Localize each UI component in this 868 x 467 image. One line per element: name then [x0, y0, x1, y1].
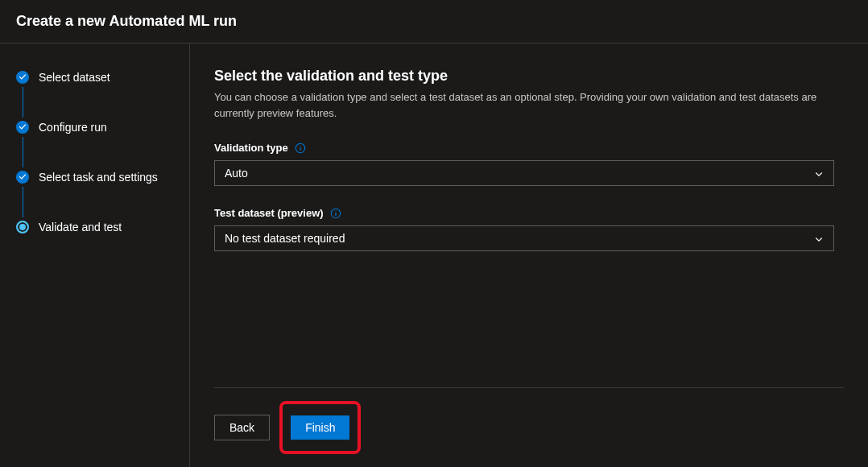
validation-type-field: Validation type Auto — [214, 142, 844, 186]
main-container: Select dataset Configure run Select task… — [0, 43, 868, 467]
step-connector — [23, 137, 23, 167]
step-connector — [23, 187, 23, 217]
svg-point-5 — [335, 210, 336, 211]
step-label: Select dataset — [39, 71, 110, 84]
field-label-text: Test dataset (preview) — [214, 207, 324, 219]
footer-actions: Back Finish — [214, 387, 844, 467]
wizard-steps-sidebar: Select dataset Configure run Select task… — [0, 43, 190, 467]
svg-point-2 — [300, 145, 300, 146]
finish-button[interactable]: Finish — [291, 415, 349, 440]
select-value: No test dataset required — [225, 232, 345, 245]
validation-type-select[interactable]: Auto — [214, 160, 834, 186]
validation-type-label: Validation type — [214, 142, 844, 154]
step-select-task[interactable]: Select task and settings — [16, 171, 173, 184]
checkmark-icon — [16, 171, 29, 184]
step-select-dataset[interactable]: Select dataset — [16, 71, 173, 84]
field-label-text: Validation type — [214, 142, 288, 154]
back-button[interactable]: Back — [214, 415, 270, 440]
step-label: Configure run — [39, 121, 107, 134]
select-value: Auto — [225, 167, 248, 180]
content-panel: Select the validation and test type You … — [190, 43, 868, 467]
page-header: Create a new Automated ML run — [0, 0, 868, 43]
step-label: Select task and settings — [39, 171, 158, 184]
step-connector — [23, 87, 23, 118]
checkmark-icon — [16, 71, 29, 84]
content-body: Select the validation and test type You … — [214, 68, 844, 387]
test-dataset-field: Test dataset (preview) No test dataset r… — [214, 207, 844, 251]
step-validate-test[interactable]: Validate and test — [16, 221, 173, 234]
page-title: Create a new Automated ML run — [16, 13, 852, 30]
content-subtitle: You can choose a validation type and sel… — [214, 89, 844, 121]
step-label: Validate and test — [39, 221, 122, 234]
finish-highlight: Finish — [279, 401, 361, 454]
content-title: Select the validation and test type — [214, 68, 844, 85]
chevron-down-icon — [814, 234, 824, 243]
test-dataset-label: Test dataset (preview) — [214, 207, 844, 219]
test-dataset-select[interactable]: No test dataset required — [214, 225, 834, 251]
current-step-icon — [16, 221, 29, 234]
checkmark-icon — [16, 121, 29, 134]
step-configure-run[interactable]: Configure run — [16, 121, 173, 134]
info-icon[interactable] — [330, 208, 341, 219]
chevron-down-icon — [814, 168, 824, 178]
info-icon[interactable] — [295, 143, 306, 154]
